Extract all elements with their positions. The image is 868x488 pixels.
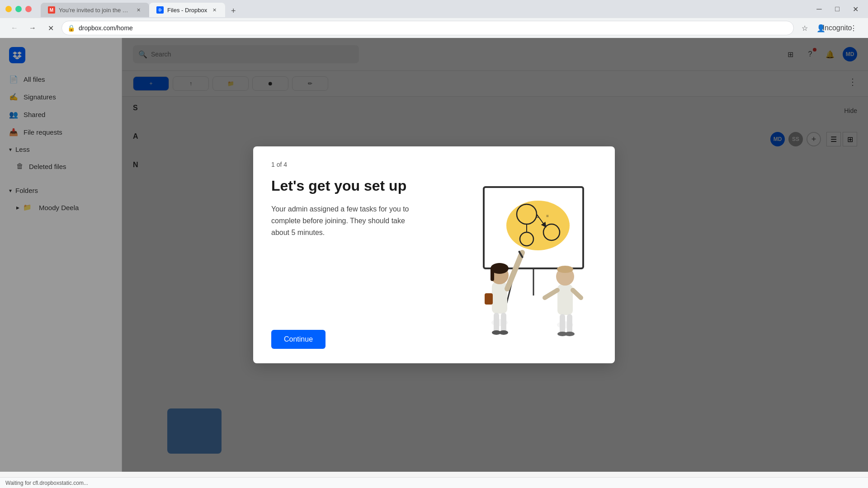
- svg-rect-25: [557, 284, 573, 315]
- svg-rect-30: [560, 314, 565, 334]
- close-window-button[interactable]: ✕: [848, 2, 863, 16]
- modal-counter: 1 of 4: [271, 161, 425, 168]
- svg-line-26: [545, 290, 557, 298]
- close-button[interactable]: [25, 6, 32, 12]
- url-text: dropbox.com/home: [79, 24, 788, 32]
- nav-actions: ☆ 👤 Incognito ⋮: [797, 21, 861, 35]
- status-bar: Waiting for cfl.dropboxstatic.com...: [0, 477, 868, 488]
- back-button[interactable]: ←: [7, 21, 22, 35]
- title-bar: M You're invited to join the Team... ✕ D…: [0, 0, 868, 18]
- setup-modal: 1 of 4 Let's get you set up Your admin a…: [253, 146, 615, 363]
- svg-rect-31: [567, 314, 572, 334]
- new-tab-button[interactable]: +: [227, 5, 240, 17]
- svg-rect-20: [501, 313, 506, 333]
- browser-chrome: M You're invited to join the Team... ✕ D…: [0, 0, 868, 38]
- bookmark-button[interactable]: ☆: [797, 21, 812, 35]
- svg-rect-23: [485, 293, 493, 305]
- svg-rect-19: [494, 313, 499, 333]
- nav-bar: ← → ✕ 🔒 dropbox.com/home ☆ 👤 Incognito ⋮: [0, 18, 868, 38]
- menu-button[interactable]: ⋮: [846, 21, 861, 35]
- modal-title: Let's get you set up: [271, 177, 425, 194]
- svg-rect-18: [491, 267, 494, 281]
- svg-rect-14: [492, 282, 507, 314]
- lock-icon: 🔒: [67, 24, 75, 32]
- reload-button[interactable]: ✕: [43, 21, 58, 35]
- svg-text:=: =: [536, 214, 539, 220]
- dropbox-favicon-icon: D: [156, 6, 164, 14]
- tab-gmail-title: You're invited to join the Team...: [59, 7, 131, 14]
- svg-point-29: [557, 266, 573, 273]
- continue-button[interactable]: Continue: [271, 330, 326, 349]
- modal-left-panel: 1 of 4 Let's get you set up Your admin a…: [271, 161, 425, 349]
- tab-dropbox-title: Files - Dropbox: [167, 7, 207, 14]
- svg-text:=: =: [546, 214, 549, 219]
- forward-button[interactable]: →: [25, 21, 40, 35]
- tab-dropbox-close[interactable]: ✕: [211, 6, 218, 14]
- maximize-button[interactable]: [15, 6, 22, 12]
- minimize-button[interactable]: [5, 6, 12, 12]
- svg-line-27: [573, 290, 581, 298]
- tab-gmail[interactable]: M You're invited to join the Team... ✕: [41, 3, 149, 17]
- window-action-controls: ─ □ ✕: [805, 2, 863, 16]
- tab-gmail-close[interactable]: ✕: [135, 6, 142, 14]
- main-layout: 📄 All files ✍ Signatures 👥 Shared 📥 File…: [0, 38, 868, 472]
- tab-dropbox[interactable]: D Files - Dropbox ✕: [149, 3, 225, 17]
- modal-description: Your admin assigned a few tasks for you …: [271, 203, 425, 238]
- restore-window-button[interactable]: □: [830, 2, 844, 16]
- modal-content: 1 of 4 Let's get you set up Your admin a…: [253, 146, 615, 363]
- gmail-favicon-icon: M: [48, 6, 55, 14]
- window-controls: [5, 6, 32, 12]
- incognito-label: Incognito: [830, 21, 844, 35]
- modal-right-panel: = =: [443, 161, 597, 349]
- svg-point-33: [565, 332, 575, 336]
- svg-point-22: [499, 330, 508, 335]
- onboarding-illustration: = =: [448, 174, 592, 336]
- tabs-bar: M You're invited to join the Team... ✕ D…: [37, 1, 805, 17]
- svg-point-2: [506, 201, 570, 250]
- minimize-window-button[interactable]: ─: [812, 2, 826, 16]
- status-text: Waiting for cfl.dropboxstatic.com...: [5, 480, 88, 486]
- address-bar[interactable]: 🔒 dropbox.com/home: [61, 21, 794, 35]
